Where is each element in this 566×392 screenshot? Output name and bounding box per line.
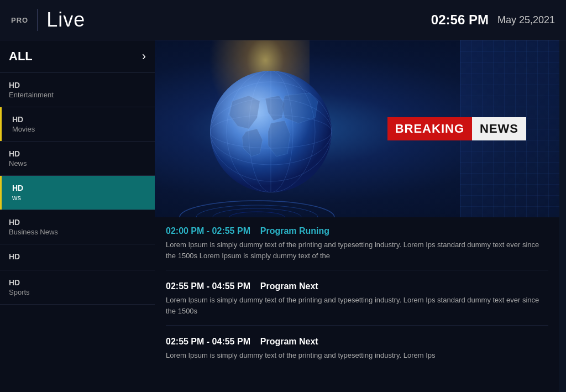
sidebar: ALL › HD Entertainment HD Movies HD News	[0, 40, 155, 392]
sidebar-item-hd-business[interactable]: HD Business News	[0, 210, 155, 244]
program-time-2: 02:55 PM - 04:55 PM	[166, 281, 250, 291]
sidebar-item-hd-movies[interactable]: HD Movies	[0, 107, 155, 142]
globe-container	[199, 57, 343, 201]
item-text-business: HD Business News	[9, 218, 58, 236]
item-hd-business: HD	[9, 218, 58, 227]
svg-point-2	[196, 205, 318, 217]
svg-point-4	[229, 212, 285, 217]
program-desc-2: Lorem Ipsum is simply dummy text of the …	[166, 295, 548, 316]
sidebar-item-hd-entertainment[interactable]: HD Entertainment	[0, 73, 155, 107]
item-hd-ws: HD	[12, 184, 23, 192]
program-item-1: 02:00 PM - 02:55 PM Program Runing Lorem…	[166, 226, 548, 270]
sidebar-item-all[interactable]: ALL ›	[0, 40, 155, 73]
item-text-entertainment: HD Entertainment	[9, 81, 54, 99]
video-background: BREAKING NEWS	[155, 40, 559, 217]
video-preview[interactable]: BREAKING NEWS	[155, 40, 559, 217]
item-hd-sports: HD	[9, 278, 30, 287]
item-cat-business: Business News	[9, 228, 58, 236]
header-divider	[37, 9, 38, 31]
item-cat-news: News	[9, 159, 27, 168]
breaking-label: BREAKING	[387, 117, 472, 140]
item-cat-entertainment: Entertainment	[9, 91, 54, 99]
news-label: NEWS	[472, 117, 526, 140]
program-title-1: Program Runing	[260, 226, 329, 236]
main-layout: ALL › HD Entertainment HD Movies HD News	[0, 40, 566, 392]
item-cat-movies: Movies	[12, 125, 35, 133]
program-item-3: 02:55 PM - 04:55 PM Program Next Lorem I…	[166, 337, 548, 370]
date-display: May 25,2021	[497, 14, 555, 26]
sidebar-item-hd-empty[interactable]: HD	[0, 244, 155, 270]
item-text-movies: HD Movies	[9, 115, 35, 133]
item-cat-sports: Sports	[9, 288, 30, 296]
item-hd-entertainment: HD	[9, 81, 54, 90]
item-hd-movies: HD	[12, 115, 35, 124]
svg-point-1	[180, 201, 334, 217]
program-time-title-1: 02:00 PM - 02:55 PM Program Runing	[166, 226, 548, 236]
time-display: 02:56 PM	[431, 12, 489, 28]
live-title: Live	[46, 8, 85, 32]
program-time-title-3: 02:55 PM - 04:55 PM Program Next	[166, 337, 548, 347]
program-time-1: 02:00 PM - 02:55 PM	[166, 226, 250, 236]
program-time-title-2: 02:55 PM - 04:55 PM Program Next	[166, 281, 548, 291]
chevron-right-icon: ›	[142, 49, 146, 64]
yellow-accent-movies	[0, 107, 2, 141]
item-hd-empty: HD	[9, 252, 20, 261]
right-peek-strip	[559, 40, 566, 392]
svg-point-13	[210, 71, 332, 192]
program-item-2: 02:55 PM - 04:55 PM Program Next Lorem I…	[166, 281, 548, 326]
yellow-accent-ws	[0, 176, 2, 210]
program-title-2: Program Next	[260, 281, 318, 291]
item-text-sports: HD Sports	[9, 278, 30, 296]
sidebar-all-label: ALL	[9, 49, 33, 64]
globe-svg	[199, 57, 343, 201]
program-list[interactable]: 02:00 PM - 02:55 PM Program Runing Lorem…	[155, 217, 559, 392]
sidebar-item-hd-sports[interactable]: HD Sports	[0, 270, 155, 305]
sidebar-item-hd-news[interactable]: HD News	[0, 142, 155, 176]
item-cat-ws: ws	[12, 194, 23, 202]
sidebar-item-hd-ws[interactable]: HD ws	[0, 176, 155, 210]
header-right: 02:56 PM May 25,2021	[431, 12, 555, 28]
program-desc-1: Lorem Ipsum is simply dummy text of the …	[166, 239, 548, 261]
svg-point-3	[213, 208, 301, 217]
header-left: PRO Live	[11, 8, 85, 32]
program-desc-3: Lorem Ipsum is simply dummy text of the …	[166, 350, 548, 361]
program-time-3: 02:55 PM - 04:55 PM	[166, 337, 250, 346]
header: PRO Live 02:56 PM May 25,2021	[0, 0, 566, 40]
program-title-3: Program Next	[260, 337, 318, 346]
item-hd-news: HD	[9, 149, 27, 158]
breaking-news-banner: BREAKING NEWS	[387, 117, 526, 140]
content-area: BREAKING NEWS 02:00 PM - 02:55 PM Progra…	[155, 40, 559, 392]
item-text-empty: HD	[9, 252, 20, 262]
item-text-news: HD News	[9, 149, 27, 168]
item-text-ws: HD ws	[9, 184, 23, 202]
pro-label: PRO	[11, 16, 28, 24]
